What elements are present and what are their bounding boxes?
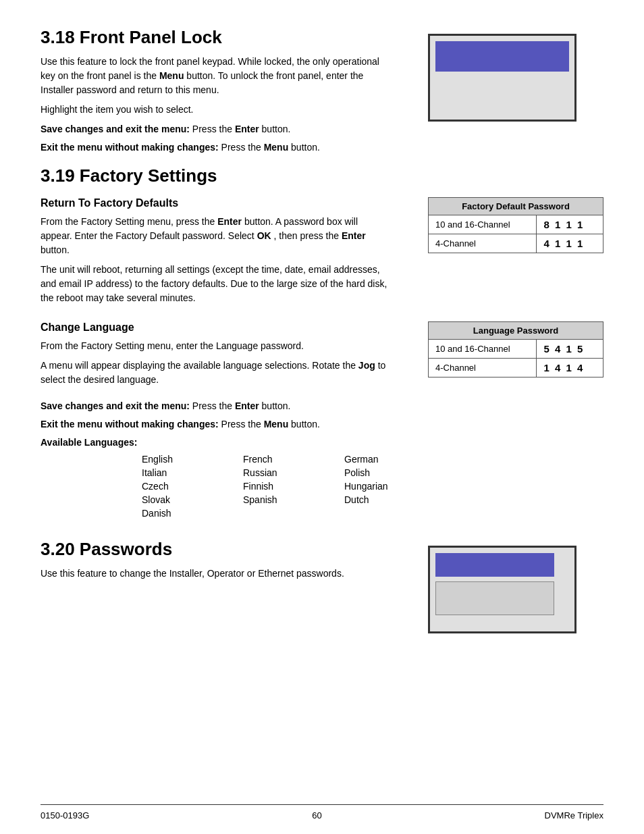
factory-row-2: 4-Channel 4 1 1 1: [429, 234, 603, 253]
footer-center: 60: [312, 810, 321, 820]
section-319: 3.19 Factory Settings Return To Factory …: [41, 165, 603, 519]
lang-russian: Russian: [243, 467, 344, 478]
lang-english: English: [142, 454, 243, 465]
lang-french: French: [243, 454, 344, 465]
lang-slovak: Slovak: [142, 494, 243, 505]
section-320: 3.20 Passwords Use this feature to chang…: [41, 539, 603, 633]
screen-inner-320: [435, 553, 554, 577]
screen-inner-318: [435, 41, 569, 72]
section-320-p1: Use this feature to change the Installer…: [41, 567, 392, 581]
language-heading: Change Language: [41, 321, 392, 334]
lang-danish: Danish: [142, 508, 243, 519]
subsection-factory: Return To Factory Defaults From the Fact…: [41, 197, 603, 311]
lang-dutch: Dutch: [344, 494, 446, 505]
factory-row1-label: 10 and 16-Channel: [429, 215, 537, 234]
factory-row1-value: 8 1 1 1: [537, 215, 603, 234]
factory-pwd-header: Factory Default Password: [429, 198, 603, 215]
section-318-p2: Highlight the item you wish to select.: [41, 103, 392, 117]
footer-left: 0150-0193G: [41, 810, 89, 820]
language-list: English French German Italian Russian Po…: [142, 454, 603, 519]
lang-hungarian: Hungarian: [344, 481, 446, 492]
screen-mockup-320: [428, 546, 576, 633]
section-318-right: [428, 27, 603, 122]
factory-row2-label: 4-Channel: [429, 234, 537, 253]
lang-czech: Czech: [142, 481, 243, 492]
language-p1: From the Factory Setting menu, enter the…: [41, 339, 392, 353]
section-318-left: 3.18 Front Panel Lock Use this feature t…: [41, 27, 392, 159]
section-320-right: [428, 539, 603, 633]
factory-heading: Return To Factory Defaults: [41, 197, 392, 209]
language-row1-label: 10 and 16-Channel: [429, 340, 537, 359]
section-319-title: 3.19 Factory Settings: [41, 165, 603, 186]
language-row1-value: 5 4 1 5: [537, 340, 603, 359]
language-p2: A menu will appear displaying the availa…: [41, 359, 392, 387]
screen-mockup-318: [428, 34, 576, 122]
section-320-left: 3.20 Passwords Use this feature to chang…: [41, 539, 392, 586]
section-319-exit: Exit the menu without making changes: Pr…: [41, 417, 603, 432]
language-row2-value: 1 4 1 4: [537, 359, 603, 377]
lang-polish: Polish: [344, 467, 446, 478]
factory-p1: From the Factory Setting menu, press the…: [41, 215, 392, 257]
factory-right: Factory Default Password 10 and 16-Chann…: [428, 197, 603, 253]
lang-german: German: [344, 454, 446, 465]
language-row-1: 10 and 16-Channel 5 4 1 5: [429, 340, 603, 359]
factory-row2-value: 4 1 1 1: [537, 234, 603, 253]
section-318: 3.18 Front Panel Lock Use this feature t…: [41, 27, 603, 159]
footer: 0150-0193G 60 DVMRe Triplex: [41, 804, 603, 820]
language-row-2: 4-Channel 1 4 1 4: [429, 359, 603, 377]
screen-box-320: [435, 581, 554, 615]
language-right: Language Password 10 and 16-Channel 5 4 …: [428, 321, 603, 377]
footer-right: DVMRe Triplex: [545, 810, 603, 820]
section-320-title: 3.20 Passwords: [41, 539, 392, 560]
subsection-language: Change Language From the Factory Setting…: [41, 321, 603, 392]
language-row2-label: 4-Channel: [429, 359, 537, 377]
lang-spanish: Spanish: [243, 494, 344, 505]
page: 3.18 Front Panel Lock Use this feature t…: [0, 0, 644, 834]
lang-italian: Italian: [142, 467, 243, 478]
section-318-save: Save changes and exit the menu: Press th…: [41, 122, 392, 136]
section-318-exit: Exit the menu without making changes: Pr…: [41, 140, 392, 155]
section-318-p1: Use this feature to lock the front panel…: [41, 55, 392, 97]
language-pwd-table: Language Password 10 and 16-Channel 5 4 …: [428, 321, 603, 377]
language-left: Change Language From the Factory Setting…: [41, 321, 392, 392]
factory-left: Return To Factory Defaults From the Fact…: [41, 197, 392, 311]
factory-row-1: 10 and 16-Channel 8 1 1 1: [429, 215, 603, 234]
factory-p2: The unit will reboot, returning all sett…: [41, 263, 392, 305]
factory-pwd-table: Factory Default Password 10 and 16-Chann…: [428, 197, 603, 253]
available-label: Available Languages:: [41, 436, 603, 450]
language-pwd-header: Language Password: [429, 322, 603, 340]
lang-finnish: Finnish: [243, 481, 344, 492]
section-318-title: 3.18 Front Panel Lock: [41, 27, 392, 48]
section-319-save: Save changes and exit the menu: Press th…: [41, 399, 603, 413]
